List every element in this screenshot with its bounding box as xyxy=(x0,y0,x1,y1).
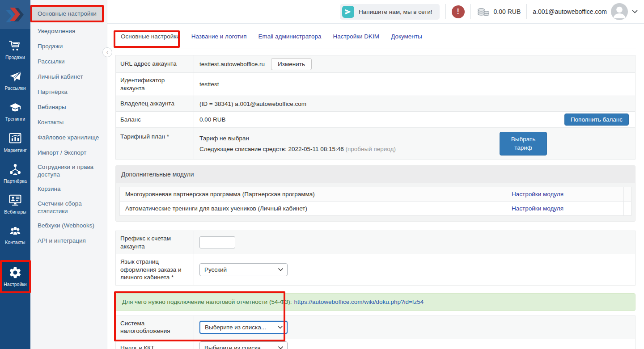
table-row-kkt-tax: Налог в ККТ Выберите из списка... xyxy=(116,339,635,349)
autoweboffice-logo-icon xyxy=(5,7,25,22)
nav-item-label: Вебинары xyxy=(4,209,26,214)
panel-title: Дополнительные модули xyxy=(116,166,635,183)
nav-item-webinars[interactable]: Вебинары xyxy=(0,189,30,219)
tariff-status: Тариф не выбран xyxy=(199,135,396,142)
account-id-value: testtest xyxy=(199,81,219,88)
nav-item-marketing[interactable]: Маркетинг xyxy=(0,127,30,158)
module-spare-cell xyxy=(623,187,631,201)
row-label: Префикс к счетам аккаунта xyxy=(116,231,194,254)
tab-bar: Основные настройки Название и логотип Em… xyxy=(115,24,636,49)
invoice-prefix-input[interactable] xyxy=(199,236,235,248)
sidebar-item-webhooks[interactable]: Вебхуки (Webhooks) xyxy=(30,219,107,234)
nav-item-label: Тренинги xyxy=(5,116,25,122)
account-url-value: testtest.autoweboffice.ru xyxy=(199,61,265,67)
sidebar-item-notifications[interactable]: Уведомления xyxy=(30,24,107,39)
tax-info-notice: Для чего нужно подключение налоговой отч… xyxy=(115,293,636,311)
nav-item-sales[interactable]: Продажи xyxy=(0,34,30,65)
sidebar-item-staff-permissions[interactable]: Сотрудники и права доступа xyxy=(30,160,107,182)
selected-value: Выберите из списка... xyxy=(204,345,266,349)
table-row-tariff: Тарифный план * Тариф не выбран Следующе… xyxy=(116,128,635,159)
module-settings-link[interactable]: Настройки модуля xyxy=(512,191,564,198)
tab-admin-email[interactable]: Email администратора xyxy=(258,33,322,40)
table-row-tax-system: Система налогообложения Выберите из спис… xyxy=(116,316,635,339)
module-row-trainings: Автоматические тренинги для ваших ученик… xyxy=(120,202,631,215)
table-row-url: URL адрес аккаунта testtest.autoweboffic… xyxy=(116,55,635,73)
module-row-affiliate: Многоуровневая партнерская программа (Па… xyxy=(120,187,631,202)
nav-item-label: Маркетинг xyxy=(4,147,26,153)
sidebar-item-sales[interactable]: Продажи xyxy=(30,39,107,54)
table-row-balance: Баланс 0.00 RUB Пополнить баланс xyxy=(116,112,635,128)
notice-text: Для чего нужно подключение налоговой отч… xyxy=(122,299,292,305)
chevron-down-icon xyxy=(278,268,283,271)
tab-documents[interactable]: Документы xyxy=(391,33,422,40)
tab-dkim[interactable]: Настройки DKIM xyxy=(333,33,379,40)
tax-system-select[interactable]: Выберите из списка... xyxy=(199,321,288,334)
kkt-tax-select[interactable]: Выберите из списка... xyxy=(199,341,288,349)
balance-indicator[interactable]: 0.00 RUB xyxy=(477,7,521,17)
table-row-language: Язык страниц оформления заказа и личного… xyxy=(116,254,635,285)
chat-send-icon xyxy=(342,6,354,18)
sidebar-item-label: Вебхуки (Webhooks) xyxy=(38,222,94,230)
sidebar-item-general-settings[interactable]: Основные настройки xyxy=(32,6,102,22)
balance-value: 0.00 RUB xyxy=(199,116,226,123)
graduation-cap-icon xyxy=(8,101,22,114)
sidebar-item-label: Продажи xyxy=(38,43,63,50)
table-row-prefix: Префикс к счетам аккаунта xyxy=(116,231,635,254)
sidebar-item-label: Импорт / Экспорт xyxy=(38,149,86,157)
nav-item-label: Продажи xyxy=(5,55,25,60)
app-window: Продажи Рассылки Тренинги Маркетинг Парт… xyxy=(0,0,644,349)
nav-item-affiliate[interactable]: Партнёрка xyxy=(0,158,30,189)
row-label: Владелец аккаунта xyxy=(116,96,194,111)
nav-item-label: Контакты xyxy=(5,240,25,245)
wiki-link[interactable]: https://autoweboffice.com/wiki/doku.php?… xyxy=(294,299,424,305)
trial-period-note: (пробный период) xyxy=(346,146,396,152)
account-menu[interactable]: a.001@autoweboffice.com xyxy=(533,3,638,20)
alert-icon[interactable]: ! xyxy=(452,5,465,18)
sidebar-item-file-storage[interactable]: Файловое хранилище xyxy=(30,130,107,145)
sidebar-collapse-button[interactable]: ‹ xyxy=(102,47,112,57)
sidebar-item-cart[interactable]: Корзина xyxy=(30,182,107,197)
topbar: Напишите нам, мы в сети! ! 0.00 RUB a.00… xyxy=(107,0,644,24)
module-settings-link[interactable]: Настройки модуля xyxy=(512,205,564,212)
sidebar-item-import-export[interactable]: Импорт / Экспорт xyxy=(30,145,107,160)
table-row-owner: Владелец аккаунта (ID = 38341) a.001@aut… xyxy=(116,96,635,112)
sidebar-item-webinars[interactable]: Вебинары xyxy=(30,100,107,115)
sidebar-item-affiliate[interactable]: Партнёрка xyxy=(30,84,107,100)
gear-icon xyxy=(8,266,22,279)
row-label: URL адрес аккаунта xyxy=(116,55,194,72)
sidebar-item-contacts[interactable]: Контакты xyxy=(30,115,107,130)
module-name: Автоматические тренинги для ваших ученик… xyxy=(120,202,506,215)
tab-name-logo[interactable]: Название и логотип xyxy=(191,33,247,40)
account-owner-value: (ID = 38341) a.001@autoweboffice.com xyxy=(199,101,306,107)
nav-item-label: Партнёрка xyxy=(4,178,27,184)
nav-item-settings[interactable]: Настройки xyxy=(0,260,30,293)
sidebar-item-stat-counters[interactable]: Счетчики сбора статистики xyxy=(30,197,107,219)
chat-button[interactable]: Напишите нам, мы в сети! xyxy=(340,4,439,20)
bar-chart-icon xyxy=(8,132,22,145)
tab-general-settings[interactable]: Основные настройки xyxy=(121,33,180,40)
topbar-divider xyxy=(445,4,446,19)
sidebar-item-mailings[interactable]: Рассылки xyxy=(30,54,107,69)
cart-icon xyxy=(8,40,22,52)
sidebar-item-personal-cabinet[interactable]: Личный кабинет xyxy=(30,69,107,84)
table-row-account-id: Идентификатор аккаунта testtest xyxy=(116,73,635,96)
selected-value: Выберите из списка... xyxy=(205,324,266,331)
nav-item-mailings[interactable]: Рассылки xyxy=(0,65,30,96)
sidebar-item-api-integration[interactable]: API и интеграция xyxy=(30,234,107,249)
choose-tariff-button[interactable]: Выбрать тариф xyxy=(500,132,547,156)
nav-item-label: Настройки xyxy=(4,282,27,287)
chevron-down-icon xyxy=(632,10,638,14)
nav-item-contacts[interactable]: Контакты xyxy=(0,219,30,250)
chevron-down-icon xyxy=(278,346,283,349)
chevron-down-icon xyxy=(278,326,283,329)
network-icon xyxy=(8,163,22,176)
change-url-button[interactable]: Изменить xyxy=(271,58,312,70)
app-logo[interactable] xyxy=(0,0,30,29)
nav-item-trainings[interactable]: Тренинги xyxy=(0,96,30,127)
top-up-balance-button[interactable]: Пополнить баланс xyxy=(564,114,629,126)
sidebar-item-label: Счетчики сбора статистики xyxy=(38,200,102,215)
module-name: Многоуровневая партнерская программа (Па… xyxy=(120,187,506,201)
selected-value: Русский xyxy=(204,266,227,273)
users-icon xyxy=(8,225,22,237)
language-select[interactable]: Русский xyxy=(199,263,288,276)
